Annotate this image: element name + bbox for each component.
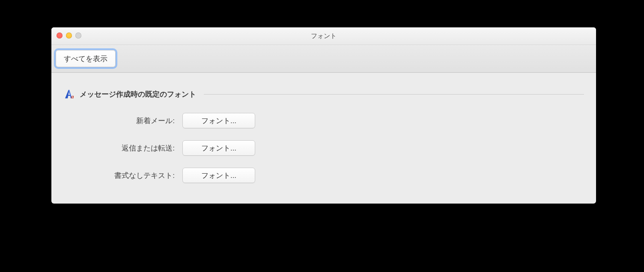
row-plain-text: 書式なしテキスト: フォント... <box>63 168 584 183</box>
settings-rows: 新着メール: フォント... 返信または転送: フォント... 書式なしテキスト… <box>63 113 584 183</box>
font-button-reply-forward[interactable]: フォント... <box>182 140 255 156</box>
preferences-window: フォント すべてを表示 a メッセージ作成時の既定のフォント 新着メール: <box>51 27 596 204</box>
row-label: 書式なしテキスト: <box>63 171 182 180</box>
font-button-plain-text[interactable]: フォント... <box>182 168 255 183</box>
row-new-mail: 新着メール: フォント... <box>63 113 584 128</box>
zoom-button <box>75 33 81 38</box>
minimize-button[interactable] <box>66 33 72 38</box>
row-reply-forward: 返信または転送: フォント... <box>63 140 584 156</box>
font-icon: a <box>63 89 75 99</box>
font-button-new-mail[interactable]: フォント... <box>182 113 255 128</box>
section-title: メッセージ作成時の既定のフォント <box>80 89 196 99</box>
row-label: 返信または転送: <box>63 143 182 153</box>
show-all-button[interactable]: すべてを表示 <box>56 50 116 67</box>
toolbar: すべてを表示 <box>51 45 596 73</box>
traffic-lights <box>57 33 81 38</box>
row-label: 新着メール: <box>63 116 182 126</box>
content: a メッセージ作成時の既定のフォント 新着メール: フォント... 返信または転… <box>51 73 596 204</box>
svg-text:a: a <box>71 93 74 99</box>
close-button[interactable] <box>57 33 63 38</box>
titlebar: フォント <box>51 27 596 45</box>
section-header: a メッセージ作成時の既定のフォント <box>63 89 584 99</box>
divider <box>204 94 584 95</box>
svg-rect-0 <box>67 95 71 96</box>
window-title: フォント <box>51 27 596 44</box>
